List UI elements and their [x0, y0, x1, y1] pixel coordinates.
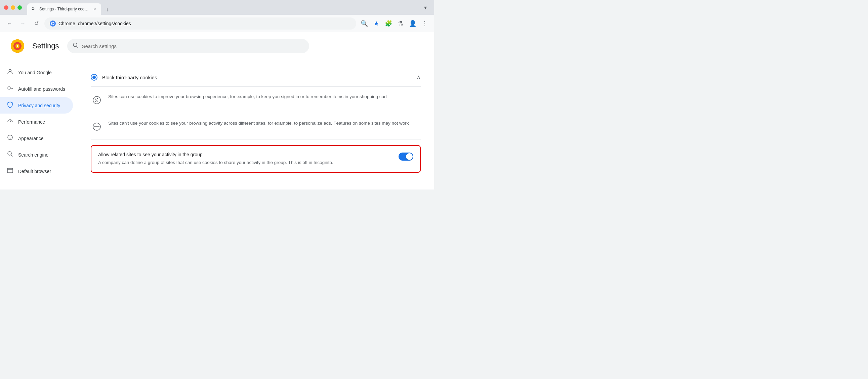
sidebar-label-search: Search engine	[18, 152, 49, 158]
palette-icon	[7, 134, 13, 143]
svg-line-14	[10, 120, 11, 122]
reload-button[interactable]: ↺	[31, 18, 42, 29]
tab-favicon-icon: ⚙	[31, 6, 37, 12]
traffic-lights	[4, 5, 22, 10]
sidebar-label-privacy: Privacy and security	[18, 103, 60, 108]
active-tab[interactable]: ⚙ Settings - Third-party cookie ✕	[27, 3, 101, 15]
extensions-button[interactable]: 🧩	[383, 18, 394, 29]
omnibox[interactable]: Chrome chrome://settings/cookies	[44, 18, 356, 30]
svg-line-20	[11, 155, 13, 157]
sidebar-item-autofill[interactable]: Autofill and passwords	[0, 81, 73, 97]
block-icon	[91, 121, 103, 133]
expand-collapse-button[interactable]: ∧	[416, 73, 421, 81]
settings-logo	[11, 39, 24, 53]
settings-header: Settings	[0, 32, 434, 60]
cookie-icon	[91, 94, 103, 106]
svg-point-15	[8, 135, 12, 140]
svg-point-18	[10, 138, 10, 139]
close-button[interactable]	[4, 5, 8, 10]
svg-point-28	[96, 100, 97, 101]
sidebar-item-default-browser[interactable]: Default browser	[0, 163, 73, 180]
desc-item-2: Sites can't use your cookies to see your…	[91, 113, 421, 140]
highlight-box: Allow related sites to see your activity…	[91, 145, 421, 173]
nav-actions: 🔍 ★ 🧩 ⚗ 👤 ⋮	[359, 18, 430, 29]
section-header: Block third-party cookies ∧	[91, 68, 421, 87]
nav-bar: ← → ↺ Chrome chrome://settings/cookies 🔍…	[0, 15, 434, 32]
sidebar-item-you-and-google[interactable]: You and Google	[0, 64, 73, 81]
main-content: Settings You and Google	[0, 32, 434, 189]
svg-point-6	[17, 45, 18, 47]
title-bar: ⚙ Settings - Third-party cookie ✕ + ▾	[0, 0, 434, 15]
radio-block-cookies[interactable]	[91, 74, 97, 81]
gauge-icon	[7, 118, 13, 126]
omnibox-favicon-icon	[50, 21, 56, 27]
tab-close-button[interactable]: ✕	[92, 6, 97, 12]
sidebar-label-autofill: Autofill and passwords	[18, 86, 65, 92]
search-icon	[7, 151, 13, 159]
svg-point-25	[97, 98, 98, 99]
svg-point-26	[97, 101, 98, 102]
profile-button[interactable]: 👤	[407, 18, 418, 29]
tab-title: Settings - Third-party cookie	[39, 7, 89, 11]
sidebar-label-you-and-google: You and Google	[18, 70, 52, 75]
new-tab-button[interactable]: +	[102, 5, 112, 15]
person-icon	[7, 68, 13, 76]
tab-dropdown-button[interactable]: ▾	[421, 3, 430, 12]
settings-title: Settings	[32, 42, 59, 51]
desc-text-2: Sites can't use your cookies to see your…	[108, 120, 409, 127]
sidebar-item-privacy[interactable]: Privacy and security	[0, 97, 73, 114]
activity-toggle[interactable]	[399, 153, 413, 161]
sidebar-label-performance: Performance	[18, 119, 45, 125]
search-icon	[72, 42, 79, 50]
sidebar-item-performance[interactable]: Performance	[0, 114, 73, 130]
section-title: Block third-party cookies	[102, 74, 157, 80]
menu-button[interactable]: ⋮	[420, 18, 430, 29]
section-header-left: Block third-party cookies	[91, 74, 157, 81]
toggle-thumb	[406, 153, 413, 160]
omnibox-brand: Chrome	[59, 21, 75, 26]
svg-line-8	[76, 46, 78, 48]
svg-rect-21	[7, 168, 13, 173]
shield-icon	[7, 101, 13, 109]
sidebar: You and Google Autofill and passwords Pr…	[0, 60, 77, 189]
svg-point-27	[95, 101, 96, 102]
content-area: Block third-party cookies ∧	[77, 60, 434, 189]
body-layout: You and Google Autofill and passwords Pr…	[0, 60, 434, 189]
lab-button[interactable]: ⚗	[395, 18, 406, 29]
omnibox-url: chrome://settings/cookies	[78, 21, 351, 26]
sidebar-item-search-engine[interactable]: Search engine	[0, 147, 73, 163]
search-input[interactable]	[82, 43, 304, 49]
sidebar-item-appearance[interactable]: Appearance	[0, 130, 73, 147]
highlight-desc: A company can define a group of sites th…	[98, 159, 393, 166]
back-button[interactable]: ←	[4, 18, 15, 29]
svg-point-16	[9, 137, 9, 137]
highlight-text-block: Allow related sites to see your activity…	[98, 152, 393, 166]
minimize-button[interactable]	[11, 5, 15, 10]
tabs-area: ⚙ Settings - Third-party cookie ✕ +	[27, 0, 418, 15]
sidebar-label-appearance: Appearance	[18, 136, 44, 141]
svg-point-24	[95, 99, 96, 100]
desc-text-1: Sites can use cookies to improve your br…	[108, 93, 387, 100]
sidebar-label-default-browser: Default browser	[18, 169, 51, 174]
browser-frame: ⚙ Settings - Third-party cookie ✕ + ▾ ← …	[0, 0, 434, 189]
svg-point-17	[11, 137, 11, 137]
svg-point-2	[52, 23, 54, 25]
settings-search-box[interactable]	[67, 39, 309, 53]
search-page-button[interactable]: 🔍	[359, 18, 370, 29]
bookmark-button[interactable]: ★	[371, 18, 382, 29]
key-icon	[7, 85, 13, 93]
maximize-button[interactable]	[18, 5, 22, 10]
forward-button[interactable]: →	[18, 18, 28, 29]
browser-icon	[7, 167, 13, 176]
highlight-title: Allow related sites to see your activity…	[98, 152, 393, 157]
desc-item-1: Sites can use cookies to improve your br…	[91, 87, 421, 113]
